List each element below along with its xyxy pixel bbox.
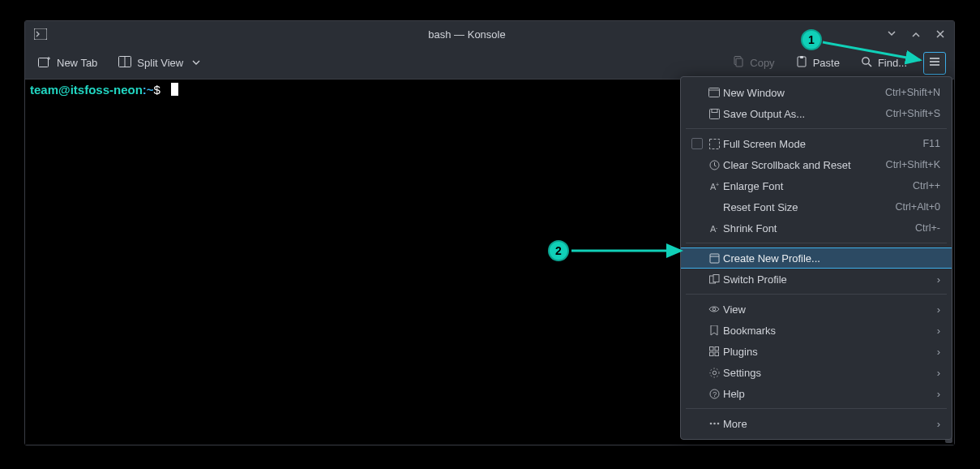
menu-label: Reset Font Size: [723, 201, 895, 213]
menu-label: Full Screen Mode: [723, 138, 922, 150]
menu-new-window[interactable]: New Window Ctrl+Shift+N: [681, 82, 952, 103]
menu-label: More: [723, 418, 937, 430]
menu-label: Save Output As...: [723, 108, 886, 120]
menu-label: Plugins: [723, 346, 937, 358]
menu-bookmarks[interactable]: Bookmarks ›: [681, 320, 952, 341]
svg-rect-23: [710, 254, 719, 263]
find-button[interactable]: Find...: [856, 53, 912, 73]
menu-label: Clear Scrollback and Reset: [723, 159, 886, 171]
svg-rect-16: [712, 109, 717, 112]
menu-create-new-profile[interactable]: Create New Profile...: [681, 247, 952, 269]
svg-rect-28: [710, 347, 714, 351]
svg-point-33: [710, 368, 719, 377]
search-icon: [861, 56, 872, 70]
svg-rect-26: [713, 274, 719, 282]
more-icon: [705, 422, 723, 425]
svg-rect-29: [715, 347, 719, 351]
svg-rect-1: [39, 58, 49, 67]
hamburger-icon: [928, 56, 941, 70]
menu-help[interactable]: ? Help ›: [681, 383, 952, 404]
fullscreen-checkbox[interactable]: [691, 138, 703, 149]
menu-accel: Ctrl+Shift+K: [886, 159, 940, 170]
maximize-icon[interactable]: [909, 29, 923, 39]
eye-icon: [705, 305, 723, 313]
find-label: Find...: [878, 57, 907, 69]
svg-rect-31: [715, 352, 719, 356]
menu-accel: F11: [922, 138, 940, 149]
svg-point-37: [713, 423, 716, 425]
svg-line-9: [868, 64, 871, 67]
svg-point-27: [713, 308, 716, 311]
profile-icon: [705, 253, 723, 264]
menu-accel: Ctrl+Shift+S: [886, 108, 940, 119]
switch-profile-icon: [705, 274, 723, 285]
menu-label: Shrink Font: [723, 222, 915, 234]
annotation-badge-2: 2: [548, 240, 569, 261]
toolbar: New Tab Split View Copy Paste: [25, 47, 954, 80]
menu-shrink-font[interactable]: A- Shrink Font Ctrl+-: [681, 217, 952, 239]
menu-separator: [686, 128, 947, 129]
svg-rect-7: [800, 56, 803, 58]
split-view-button[interactable]: Split View: [113, 53, 205, 73]
menu-label: New Window: [723, 87, 885, 99]
split-view-icon: [118, 56, 131, 70]
prompt-user-host: team@itsfoss-neon: [30, 83, 143, 97]
split-view-label: Split View: [137, 57, 183, 69]
chevron-right-icon: ›: [937, 388, 940, 400]
annotation-text: 2: [555, 244, 562, 257]
menu-enlarge-font[interactable]: A+ Enlarge Font Ctrl++: [681, 175, 952, 196]
menu-settings[interactable]: Settings ›: [681, 362, 952, 383]
menu-plugins[interactable]: Plugins ›: [681, 341, 952, 362]
copy-button[interactable]: Copy: [728, 53, 779, 73]
plugin-icon: [705, 346, 723, 356]
bookmark-icon: [705, 325, 723, 336]
menu-label: Create New Profile...: [723, 252, 940, 265]
window-title: bash — Konsole: [49, 28, 884, 41]
chevron-right-icon: ›: [937, 418, 940, 430]
chevron-down-icon: [192, 57, 200, 69]
chevron-right-icon: ›: [937, 273, 940, 286]
konsole-window: bash — Konsole New Tab Split View: [24, 20, 955, 445]
paste-button[interactable]: Paste: [791, 53, 845, 73]
fullscreen-icon: [705, 139, 723, 149]
annotation-text: 1: [808, 33, 815, 46]
menu-separator: [686, 408, 947, 409]
close-icon[interactable]: [933, 29, 948, 39]
menu-label: Settings: [723, 367, 937, 379]
svg-point-38: [717, 423, 719, 425]
menu-separator: [686, 294, 947, 295]
svg-point-8: [862, 58, 869, 64]
window-icon: [705, 88, 723, 97]
copy-label: Copy: [750, 57, 774, 69]
minimize-icon[interactable]: [884, 29, 899, 39]
hamburger-menu-button[interactable]: [923, 52, 946, 75]
menu-reset-font[interactable]: Reset Font Size Ctrl+Alt+0: [681, 196, 952, 217]
menu-accel: Ctrl+Shift+N: [885, 87, 940, 98]
menu-save-output[interactable]: Save Output As... Ctrl+Shift+S: [681, 103, 952, 124]
menu-more[interactable]: More ›: [681, 413, 952, 434]
clear-icon: [705, 160, 723, 170]
enlarge-font-icon: A+: [705, 181, 723, 191]
svg-point-36: [709, 423, 712, 425]
menu-label: Bookmarks: [723, 325, 937, 337]
help-icon: ?: [705, 389, 723, 399]
menu-fullscreen[interactable]: Full Screen Mode F11: [681, 133, 952, 154]
copy-icon: [733, 56, 744, 70]
paste-icon: [796, 56, 807, 70]
chevron-right-icon: ›: [937, 325, 940, 337]
gear-icon: [705, 368, 723, 378]
svg-rect-5: [736, 58, 742, 67]
chevron-right-icon: ›: [937, 367, 940, 379]
menu-view[interactable]: View ›: [681, 299, 952, 320]
new-tab-button[interactable]: New Tab: [33, 53, 102, 73]
menu-accel: Ctrl+-: [915, 222, 940, 234]
menu-label: Enlarge Font: [723, 180, 913, 192]
menu-accel: Ctrl+Alt+0: [895, 201, 940, 213]
new-tab-label: New Tab: [57, 57, 97, 69]
annotation-badge-1: 1: [801, 29, 822, 50]
menu-label: Help: [723, 388, 937, 400]
menu-switch-profile[interactable]: Switch Profile ›: [681, 269, 952, 290]
menu-clear-scrollback[interactable]: Clear Scrollback and Reset Ctrl+Shift+K: [681, 154, 952, 175]
terminal-app-icon: [32, 28, 49, 40]
svg-rect-13: [709, 88, 720, 97]
